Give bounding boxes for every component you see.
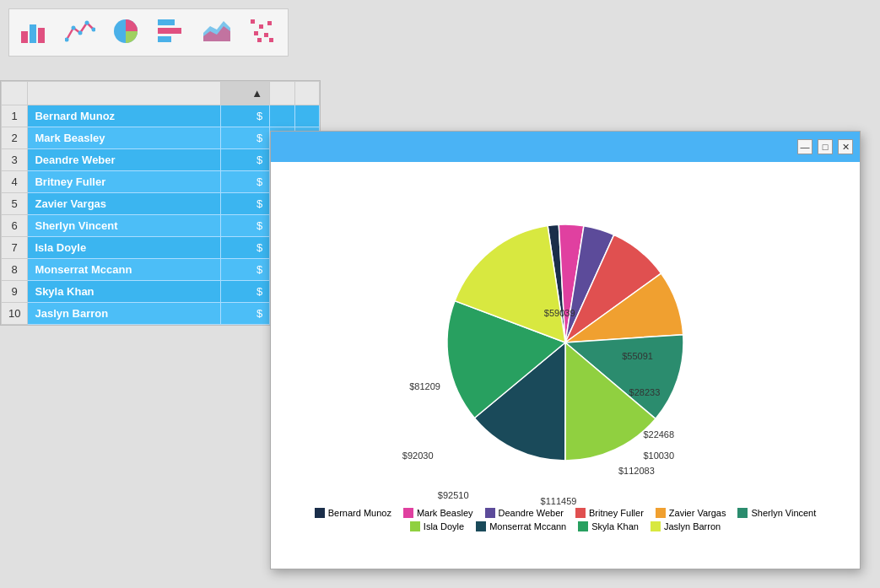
row-number: 6 (2, 215, 28, 237)
legend-color-swatch (485, 508, 495, 518)
name-cell[interactable]: Bernard Munoz (28, 105, 220, 127)
name-cell[interactable]: Deandre Weber (28, 149, 220, 171)
row-number: 5 (2, 193, 28, 215)
legend-item: Monserrat Mccann (476, 521, 566, 531)
legend-item: Bernard Munoz (315, 508, 391, 518)
legend-item: Skyla Khan (578, 521, 639, 531)
pie-chart-button[interactable] (111, 16, 141, 49)
svg-rect-20 (269, 38, 273, 42)
legend-color-swatch (315, 508, 325, 518)
pie-svg (388, 199, 742, 503)
legend-item: Britney Fuller (575, 508, 644, 518)
scatter-chart-button[interactable] (247, 16, 278, 49)
income-cell: $ (220, 281, 270, 303)
bar-chart-button[interactable] (156, 16, 186, 49)
name-cell[interactable]: Mark Beasley (28, 127, 220, 149)
table-row: 1 Bernard Munoz $ (2, 105, 320, 127)
income-cell: $ (220, 259, 270, 281)
legend-color-swatch (578, 521, 588, 531)
income-cell: $ (220, 303, 270, 325)
svg-rect-19 (257, 38, 262, 42)
svg-rect-11 (158, 36, 171, 42)
svg-point-5 (78, 31, 83, 35)
svg-rect-15 (259, 24, 263, 29)
row-number: 1 (2, 105, 28, 127)
svg-point-6 (85, 21, 89, 25)
close-button[interactable]: ✕ (838, 139, 853, 154)
row-number: 10 (2, 303, 28, 325)
legend-label: Monserrat Mccann (489, 521, 566, 531)
row-number: 2 (2, 127, 28, 149)
svg-rect-18 (264, 33, 268, 37)
svg-rect-9 (158, 19, 175, 25)
minimize-button[interactable]: — (797, 139, 813, 154)
svg-rect-17 (254, 31, 258, 35)
chart-legend: Bernard MunozMark BeasleyDeandre WeberBr… (271, 503, 860, 537)
legend-color-swatch (575, 508, 586, 518)
pie-chart-window: — □ ✕ $10030$22468$28233$55091$59039$812… (270, 131, 861, 569)
legend-label: Deandre Weber (499, 508, 564, 518)
svg-rect-0 (21, 31, 28, 43)
row-number: 3 (2, 149, 28, 171)
legend-color-swatch (403, 508, 413, 518)
legend-color-swatch (737, 508, 748, 518)
legend-label: Isla Doyle (424, 521, 464, 531)
maximize-button[interactable]: □ (818, 139, 833, 154)
legend-color-swatch (656, 508, 666, 518)
income-cell: $ (220, 127, 270, 149)
legend-item: Jaslyn Barron (651, 521, 721, 531)
legend-item: Zavier Vargas (656, 508, 726, 518)
legend-label: Bernard Munoz (328, 508, 391, 518)
svg-point-4 (72, 26, 76, 30)
name-cell[interactable]: Jaslyn Barron (28, 303, 220, 325)
income-column-header[interactable]: ▲ (220, 82, 270, 105)
income-cell: $ (220, 149, 270, 171)
legend-item: Deandre Weber (485, 508, 564, 518)
area-chart-button[interactable] (202, 16, 232, 49)
income-cell: $ (220, 215, 270, 237)
legend-item: Mark Beasley (403, 508, 473, 518)
name-cell[interactable]: Zavier Vargas (28, 193, 220, 215)
chart-type-toolbar (8, 8, 289, 57)
legend-label: Britney Fuller (589, 508, 644, 518)
legend-label: Mark Beasley (417, 508, 473, 518)
row-number: 8 (2, 259, 28, 281)
expenses-cell (270, 105, 294, 127)
svg-rect-1 (30, 24, 36, 43)
name-cell[interactable]: Isla Doyle (28, 237, 220, 259)
legend-label: Sherlyn Vincent (751, 508, 816, 518)
legend-item: Isla Doyle (410, 521, 464, 531)
row-number: 9 (2, 281, 28, 303)
chart-body: $10030$22468$28233$55091$59039$81209$920… (271, 162, 860, 569)
row-number: 7 (2, 237, 28, 259)
name-cell[interactable]: Sherlyn Vincent (28, 215, 220, 237)
income-cell: $ (220, 237, 270, 259)
svg-rect-16 (267, 21, 272, 25)
expenses-column-header[interactable] (270, 82, 294, 105)
legend-label: Skyla Khan (591, 521, 639, 531)
legend-label: Zavier Vargas (669, 508, 726, 518)
row-number: 4 (2, 171, 28, 193)
debt-column-header[interactable] (294, 82, 319, 105)
name-cell[interactable]: Monserrat Mccann (28, 259, 220, 281)
legend-item: Sherlyn Vincent (737, 508, 816, 518)
svg-rect-14 (251, 19, 255, 24)
legend-color-swatch (410, 521, 420, 531)
chart-titlebar: — □ ✕ (271, 132, 860, 162)
line-chart-button[interactable] (65, 16, 95, 49)
income-cell: $ (220, 171, 270, 193)
svg-rect-10 (158, 28, 181, 34)
row-number-header (2, 82, 28, 105)
legend-label: Jaslyn Barron (664, 521, 721, 531)
name-cell[interactable]: Skyla Khan (28, 281, 220, 303)
pie-chart: $10030$22468$28233$55091$59039$81209$920… (388, 199, 742, 503)
name-column-header[interactable] (28, 82, 220, 105)
legend-color-swatch (476, 521, 486, 531)
column-chart-button[interactable] (19, 16, 50, 49)
income-cell: $ (220, 105, 270, 127)
income-cell: $ (220, 193, 270, 215)
name-cell[interactable]: Britney Fuller (28, 171, 220, 193)
svg-rect-2 (38, 28, 45, 43)
debt-cell (294, 105, 319, 127)
legend-color-swatch (651, 521, 661, 531)
